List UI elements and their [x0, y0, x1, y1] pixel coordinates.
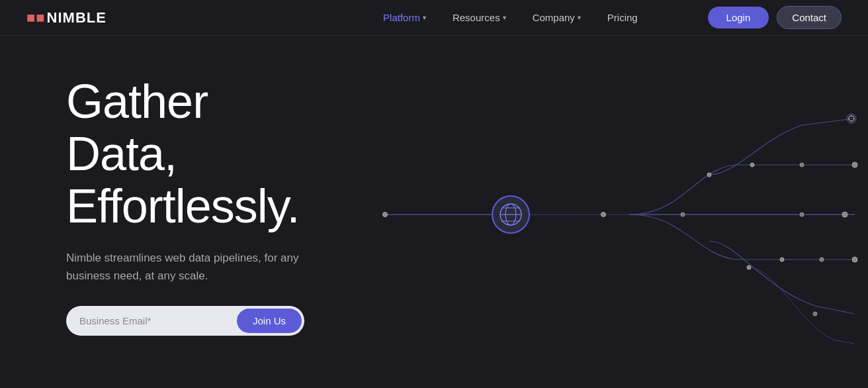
svg-point-19: [800, 163, 804, 167]
hero-email-form: Join Us: [66, 306, 304, 336]
svg-point-6: [383, 213, 388, 217]
svg-point-16: [601, 213, 606, 217]
svg-point-20: [820, 258, 824, 262]
logo-text: ■■NIMBLE: [26, 9, 107, 26]
svg-point-13: [852, 162, 857, 168]
nav-resources[interactable]: Resources ▾: [453, 12, 506, 23]
svg-point-7: [842, 212, 847, 217]
hero-content: Gather Data, Effortlessly. Nimble stream…: [0, 36, 344, 362]
svg-point-17: [681, 213, 685, 217]
logo[interactable]: ■■NIMBLE: [26, 9, 107, 26]
login-button[interactable]: Login: [708, 7, 769, 28]
svg-point-12: [780, 258, 784, 262]
svg-point-15: [747, 266, 751, 269]
hero-title: Gather Data, Effortlessly.: [66, 75, 318, 233]
nav-links: Platform ▾ Resources ▾ Company ▾ Pricing: [383, 12, 638, 23]
join-button[interactable]: Join Us: [237, 309, 302, 333]
hero-diagram: [352, 36, 868, 388]
chevron-down-icon: ▾: [423, 14, 426, 21]
svg-point-18: [800, 213, 804, 217]
hero-section: Gather Data, Effortlessly. Nimble stream…: [0, 36, 868, 388]
nav-actions: Login Contact: [708, 6, 842, 29]
chevron-down-icon: ▾: [578, 14, 581, 21]
navbar: ■■NIMBLE Platform ▾ Resources ▾ Company …: [0, 0, 868, 36]
svg-point-11: [750, 163, 754, 167]
chevron-down-icon: ▾: [503, 14, 506, 21]
nav-company[interactable]: Company ▾: [533, 12, 581, 23]
contact-button[interactable]: Contact: [777, 6, 842, 29]
svg-point-21: [813, 312, 817, 316]
nav-platform[interactable]: Platform ▾: [383, 12, 426, 23]
email-input[interactable]: [79, 310, 237, 332]
hero-subtitle: Nimble streamlines web data pipelines, f…: [66, 249, 318, 285]
svg-point-14: [852, 257, 857, 262]
svg-point-10: [707, 173, 711, 177]
nav-pricing[interactable]: Pricing: [607, 12, 638, 23]
